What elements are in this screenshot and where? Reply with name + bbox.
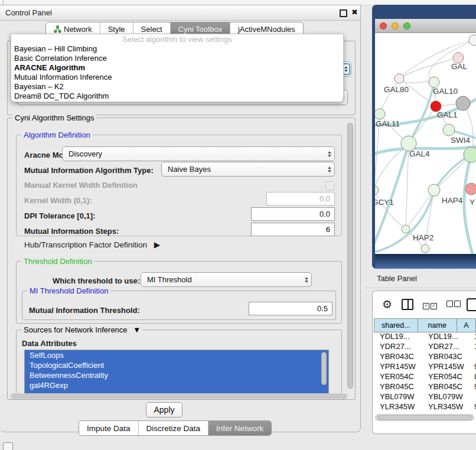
combobox-stepper-icon[interactable] <box>325 162 334 176</box>
algorithm-dropdown-popup: Select algorithm to view settings Bayesi… <box>11 34 344 102</box>
kernel-width-field[interactable]: 0.0 <box>266 192 335 206</box>
menu-item-bayesian-hill-climbing[interactable]: Bayesian – Hill Climbing <box>11 44 343 54</box>
settings-hscroll-thumb[interactable] <box>12 394 346 398</box>
table-row[interactable]: YLR345WYLR345W9. <box>374 402 476 412</box>
table-hscrollbar[interactable] <box>375 414 474 421</box>
menu-item-bayesian-k2[interactable]: Bayesian – K2 <box>11 82 343 92</box>
network-node[interactable] <box>421 244 429 253</box>
list-item[interactable]: SelfLoops <box>25 350 328 360</box>
tab-impute-data-label: Impute Data <box>87 424 131 433</box>
data-attributes-label: Data Attributes <box>22 339 77 348</box>
expanded-arrow-icon[interactable]: ▼ <box>133 325 141 334</box>
control-panel-title: Control Panel <box>5 8 52 17</box>
column-header-partial[interactable]: A <box>457 319 475 332</box>
network-canvas[interactable]: GAL GAL80 GAL10 GAL1 GAL11 SWI4 GAL4 GCY… <box>375 33 476 254</box>
network-node[interactable] <box>469 35 476 45</box>
cyni-settings-group: Cyni Algorithm Settings Algorithm Defini… <box>7 118 356 400</box>
mi-steps-field[interactable]: 6 <box>251 223 335 236</box>
mi-threshold-field[interactable]: 0.5 <box>249 302 332 315</box>
gear-icon[interactable]: ⚙ <box>382 298 392 311</box>
network-node[interactable] <box>402 225 410 233</box>
control-panel-titlebar[interactable]: Control Panel ✖ <box>0 5 360 21</box>
column-header-shared[interactable]: shared... <box>374 319 418 332</box>
tab-infer-network[interactable]: Infer Network <box>208 421 271 435</box>
cyni-settings-title: Cyni Algorithm Settings <box>12 113 96 122</box>
node-label: GCY1 <box>375 198 394 207</box>
mi-steps-value: 6 <box>326 225 330 234</box>
which-threshold-combobox[interactable]: MI Threshold <box>141 272 312 287</box>
network-node[interactable] <box>375 185 379 195</box>
split-columns-icon[interactable] <box>402 299 413 310</box>
table-row[interactable]: YDL19...YDL19...13 <box>374 331 476 341</box>
table-panel: ⚙ ✓✓ shared... name A YDL19...YDL19...13… <box>372 291 476 434</box>
tab-discretize-data[interactable]: Discretize Data <box>138 421 208 435</box>
network-node[interactable] <box>428 184 440 196</box>
menu-item-aracne[interactable]: ARACNE Algorithm <box>11 63 343 73</box>
cell: YBR045C <box>374 381 422 392</box>
table-row[interactable]: YER054CYER054C8. <box>374 371 476 381</box>
network-icon <box>54 25 61 33</box>
new-table-icon[interactable] <box>467 298 476 311</box>
network-node[interactable] <box>464 147 476 162</box>
dpi-tolerance-value: 0.0 <box>319 210 330 219</box>
table-row[interactable]: YBR045CYBR045C9. <box>374 381 476 392</box>
close-window-icon[interactable] <box>380 22 387 30</box>
collapsed-arrow-icon[interactable]: ▶ <box>154 240 160 249</box>
network-node[interactable] <box>375 109 385 119</box>
list-item[interactable]: BetweennessCentrality <box>25 370 328 380</box>
menu-item-dream8[interactable]: Dream8 DC_TDC Algorithm <box>11 92 343 101</box>
settings-vscroll-thumb[interactable] <box>347 123 353 389</box>
table-hscroll-thumb[interactable] <box>377 415 472 420</box>
mi-type-combobox[interactable]: Naive Bayes <box>161 162 335 177</box>
cell: 13 <box>468 331 476 341</box>
node-label: GAL <box>451 62 468 71</box>
column-header-name[interactable]: name <box>418 319 457 332</box>
cell <box>468 392 476 402</box>
network-node[interactable] <box>456 96 470 110</box>
tab-impute-data[interactable]: Impute Data <box>79 421 138 435</box>
combobox-stepper-icon[interactable] <box>302 273 311 286</box>
combobox-stepper-icon[interactable] <box>325 147 334 161</box>
table-row[interactable]: YPR145WYPR145W9. <box>374 361 476 371</box>
node-label: GAL11 <box>376 119 400 128</box>
network-node[interactable] <box>429 77 439 87</box>
mi-threshold-value: 0.5 <box>317 304 328 313</box>
deselect-all-columns-icon[interactable] <box>446 299 461 309</box>
zoom-window-icon[interactable] <box>403 22 410 30</box>
node-label: GAL1 <box>437 110 458 119</box>
network-node[interactable] <box>465 183 476 195</box>
network-window-titlebar[interactable] <box>375 19 476 33</box>
table-row[interactable]: YBR043CYBR043C <box>374 351 476 361</box>
minimized-panel-icon[interactable] <box>3 442 13 450</box>
list-item[interactable]: TopologicalCoefficient <box>25 360 328 370</box>
list-scrollbar[interactable] <box>321 352 327 385</box>
list-item[interactable]: gal4RGexp <box>25 380 328 390</box>
menu-item-basic-correlation[interactable]: Basic Correlation Inference <box>11 54 343 63</box>
dpi-tolerance-field[interactable]: 0.0 <box>251 207 335 221</box>
cell: 9. <box>468 361 476 371</box>
sources-title-row[interactable]: Sources for Network Inference ▼ <box>21 325 143 334</box>
cell: YBR045C <box>422 381 468 392</box>
cell: YER054C <box>422 371 468 381</box>
hub-definition-label: Hub/Transcription Factor Definition <box>24 240 147 249</box>
data-attributes-list[interactable]: SelfLoops TopologicalCoefficient Between… <box>24 350 329 394</box>
close-panel-icon[interactable]: ✖ <box>351 8 358 17</box>
network-node[interactable] <box>443 124 455 136</box>
network-window-bottom-frame <box>375 254 476 269</box>
hub-definition-toggle[interactable]: Hub/Transcription Factor Definition ▶ <box>24 240 160 249</box>
manual-kernel-checkbox[interactable] <box>325 181 334 190</box>
table-row[interactable]: YDR27...YDR27...12 <box>374 341 476 351</box>
apply-button[interactable]: Apply <box>146 402 182 418</box>
minimize-window-icon[interactable] <box>392 22 399 30</box>
tab-select-label: Select <box>141 25 162 34</box>
network-node[interactable] <box>395 74 404 83</box>
node-label: GAL10 <box>433 87 458 96</box>
settings-hscrollbar[interactable] <box>10 393 348 399</box>
table-row[interactable]: YBL079WYBL079W <box>374 392 476 402</box>
mi-threshold-label: Mutual Information Threshold: <box>29 306 140 315</box>
aracne-mode-combobox[interactable]: Discovery <box>62 146 335 161</box>
float-window-icon[interactable] <box>340 9 347 17</box>
node-attribute-table: shared... name A <box>374 318 476 332</box>
select-all-columns-icon[interactable]: ✓✓ <box>423 299 437 309</box>
menu-item-mutual-information[interactable]: Mutual Information Inference <box>11 73 343 82</box>
